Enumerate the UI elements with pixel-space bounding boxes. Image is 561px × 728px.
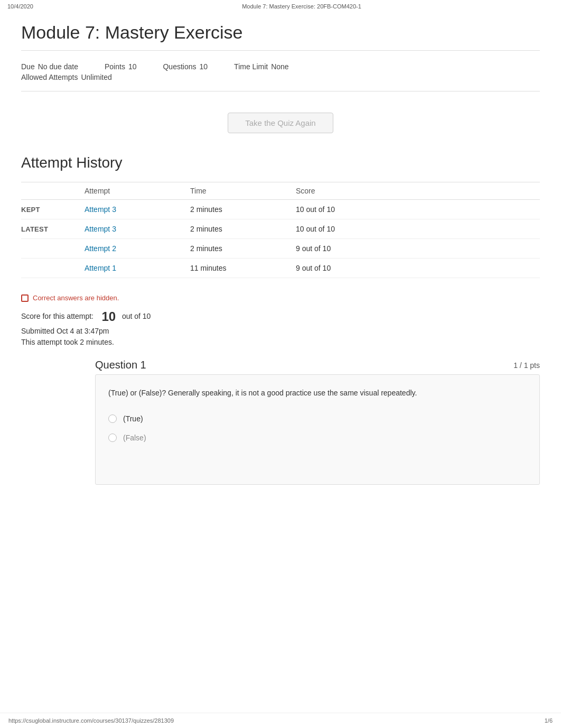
question-block: Question 1 1 / 1 pts (True) or (False)? …: [95, 359, 540, 485]
points-value: 10: [128, 62, 137, 71]
footer-page: 1/6: [545, 717, 553, 724]
footer-url: https://csuglobal.instructure.com/course…: [8, 717, 174, 724]
answer-option: (False): [108, 434, 527, 442]
meta-time-limit: Time Limit None: [234, 62, 289, 71]
correct-answers-notice: Correct answers are hidden.: [21, 294, 540, 302]
question-pts: 1 / 1 pts: [513, 361, 540, 370]
col-header-time: Time: [190, 182, 296, 200]
score-number: 10: [102, 309, 116, 324]
answer-label: (False): [123, 434, 146, 442]
col-header-label: [21, 182, 85, 200]
question-body: (True) or (False)? Generally speaking, i…: [95, 374, 540, 485]
row-attempt[interactable]: Attempt 2: [85, 239, 190, 259]
row-attempt[interactable]: Attempt 1: [85, 259, 190, 278]
row-time: 2 minutes: [190, 239, 296, 259]
browser-bar: 10/4/2020 Module 7: Mastery Exercise: 20…: [0, 0, 561, 13]
row-attempt[interactable]: Attempt 3: [85, 219, 190, 239]
question-title: Question 1: [95, 359, 146, 371]
row-time: 2 minutes: [190, 200, 296, 219]
footer-bar: https://csuglobal.instructure.com/course…: [0, 713, 561, 728]
meta-due: Due No due date: [21, 62, 78, 71]
row-label: [21, 259, 85, 278]
score-badge-section: Correct answers are hidden. Score for th…: [21, 294, 540, 346]
notice-text: Correct answers are hidden.: [33, 294, 119, 302]
question-text: (True) or (False)? Generally speaking, i…: [108, 388, 527, 399]
browser-date: 10/4/2020: [7, 3, 50, 10]
attempt-history-section: Attempt History Attempt Time Score KEPT …: [21, 154, 540, 278]
score-label: Score for this attempt:: [21, 312, 94, 320]
row-score: 9 out of 10: [296, 259, 540, 278]
row-score: 10 out of 10: [296, 200, 540, 219]
attempt-table: Attempt Time Score KEPT Attempt 3 2 minu…: [21, 182, 540, 278]
questions-label: Questions: [163, 62, 196, 71]
duration-line: This attempt took 2 minutes.: [21, 338, 540, 346]
table-row: LATEST Attempt 3 2 minutes 10 out of 10: [21, 219, 540, 239]
row-attempt[interactable]: Attempt 3: [85, 200, 190, 219]
time-limit-label: Time Limit: [234, 62, 268, 71]
page-title: Module 7: Mastery Exercise: [21, 13, 540, 51]
table-row: KEPT Attempt 3 2 minutes 10 out of 10: [21, 200, 540, 219]
points-label: Points: [105, 62, 125, 71]
notice-icon: [21, 294, 29, 302]
due-label: Due: [21, 62, 35, 71]
meta-points: Points 10: [105, 62, 137, 71]
allowed-attempts-value: Unlimited: [81, 73, 111, 81]
allowed-attempts-label: Allowed Attempts: [21, 73, 78, 81]
row-time: 2 minutes: [190, 219, 296, 239]
question-header: Question 1 1 / 1 pts: [95, 359, 540, 371]
meta-questions: Questions 10: [163, 62, 208, 71]
take-quiz-button[interactable]: Take the Quiz Again: [228, 113, 333, 133]
radio-circle: [108, 414, 117, 423]
table-header-row: Attempt Time Score: [21, 182, 540, 200]
row-score: 10 out of 10: [296, 219, 540, 239]
meta-allowed-attempts: Allowed Attempts Unlimited: [21, 73, 112, 81]
row-label: KEPT: [21, 200, 85, 219]
submitted-line: Submitted Oct 4 at 3:47pm: [21, 327, 540, 335]
radio-circle: [108, 434, 117, 442]
row-label: LATEST: [21, 219, 85, 239]
row-label: [21, 239, 85, 259]
take-quiz-section: Take the Quiz Again: [21, 91, 540, 149]
browser-title: Module 7: Mastery Exercise: 20FB-COM420-…: [50, 3, 554, 10]
score-out-of: out of 10: [122, 312, 151, 320]
due-value: No due date: [38, 62, 78, 71]
meta-row-1: Due No due date Points 10 Questions 10 T…: [21, 62, 540, 71]
col-header-attempt: Attempt: [85, 182, 190, 200]
row-score: 9 out of 10: [296, 239, 540, 259]
page-content: Module 7: Mastery Exercise Due No due da…: [0, 13, 561, 506]
quiz-meta: Due No due date Points 10 Questions 10 T…: [21, 56, 540, 91]
table-row: Attempt 2 2 minutes 9 out of 10: [21, 239, 540, 259]
row-time: 11 minutes: [190, 259, 296, 278]
answer-options-container: (True) (False): [108, 414, 527, 442]
score-info-line: Score for this attempt: 10 out of 10: [21, 309, 540, 324]
col-header-score: Score: [296, 182, 540, 200]
attempt-table-body: KEPT Attempt 3 2 minutes 10 out of 10 LA…: [21, 200, 540, 278]
questions-value: 10: [200, 62, 208, 71]
attempt-history-title: Attempt History: [21, 154, 540, 171]
table-row: Attempt 1 11 minutes 9 out of 10: [21, 259, 540, 278]
time-limit-value: None: [271, 62, 288, 71]
answer-label: (True): [123, 414, 143, 423]
meta-row-2: Allowed Attempts Unlimited: [21, 73, 540, 81]
answer-option: (True): [108, 414, 527, 423]
